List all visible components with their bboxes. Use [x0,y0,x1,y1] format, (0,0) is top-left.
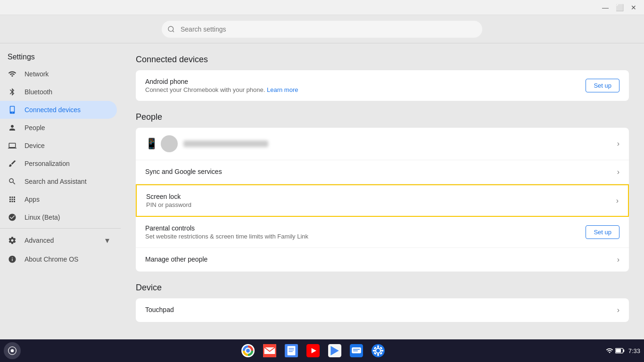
parental-controls-title: Parental controls [145,224,586,232]
body: Settings Network Bluetooth [0,43,644,339]
app-container: Settings Network Bluetooth [0,15,644,339]
manage-other-people-title: Manage other people [145,255,617,263]
svg-rect-26 [353,351,358,351]
parental-controls-setup-button[interactable]: Set up [586,225,619,239]
sidebar-item-about[interactable]: About Chrome OS [0,250,117,268]
taskbar: 7:33 [0,339,644,362]
touchpad-chevron-icon: › [617,306,619,314]
user-profile-row[interactable]: 📱 › [136,128,629,160]
android-phone-setup-button[interactable]: Set up [586,79,619,92]
svg-rect-15 [288,346,296,355]
taskbar-time: 7:33 [628,347,640,354]
sidebar-item-advanced-label: Advanced [25,237,54,244]
manage-other-people-chevron-icon: › [617,255,619,264]
taskbar-left [4,342,21,359]
taskbar-app-gmail[interactable] [260,341,279,360]
sidebar-item-network-label: Network [25,70,49,78]
user-avatar-container: 📱 [145,135,178,152]
taskbar-app-settings[interactable] [369,341,388,360]
sidebar-item-personalization-label: Personalization [25,160,70,167]
search-box [162,21,482,38]
connected-devices-icon [8,106,17,114]
window-controls: — ⬜ ✕ [599,1,640,14]
svg-rect-29 [378,346,379,348]
sidebar-item-search-assistant[interactable]: Search and Assistant [0,173,117,190]
sync-google-content: Sync and Google services [145,168,617,176]
taskbar-app-docs[interactable] [282,341,301,360]
info-icon [8,255,17,263]
svg-rect-17 [289,350,294,350]
screen-lock-content: Screen lock PIN or password [146,193,616,208]
sidebar-item-search-assistant-label: Search and Assistant [25,178,87,185]
sidebar-item-personalization[interactable]: Personalization [0,155,117,173]
status-icons [606,347,625,354]
sidebar-item-linux-label: Linux (Beta) [25,214,60,221]
svg-point-8 [246,349,250,353]
search-assistant-icon [8,177,17,186]
search-icon [167,25,175,33]
close-button[interactable]: ✕ [627,1,640,14]
touchpad-row[interactable]: Touchpad › [136,298,629,322]
advanced-left: Advanced [8,236,54,245]
sidebar-item-apps-label: Apps [25,196,40,203]
svg-rect-38 [623,350,624,352]
header [0,15,644,43]
title-bar: — ⬜ ✕ [0,0,644,15]
sync-google-row[interactable]: Sync and Google services › [136,160,629,184]
launcher-button[interactable] [4,342,21,359]
sidebar-divider [0,228,121,229]
screen-lock-chevron-icon: › [616,197,619,205]
android-phone-subtitle: Connect your Chromebook with your phone.… [145,86,586,93]
people-title: People [136,112,629,122]
manage-other-people-row[interactable]: Manage other people › [136,248,629,272]
sidebar-item-people[interactable]: People [0,119,117,137]
sidebar-item-apps[interactable]: Apps [0,190,117,208]
manage-other-people-content: Manage other people [145,255,617,264]
android-phone-row[interactable]: Android phone Connect your Chromebook wi… [136,70,629,101]
taskbar-app-messages[interactable] [347,341,366,360]
svg-rect-24 [352,347,362,354]
touchpad-title: Touchpad [145,306,617,313]
sidebar-item-bluetooth-label: Bluetooth [25,88,52,96]
minimize-button[interactable]: — [599,1,612,14]
sidebar-item-connected-devices[interactable]: Connected devices [0,101,117,119]
person-icon [8,123,17,132]
people-card: 📱 › Sync and Google services › [136,128,629,272]
search-input[interactable] [162,21,482,38]
sidebar-item-network[interactable]: Network [0,65,117,83]
svg-rect-25 [353,349,360,349]
user-name-container [178,140,617,147]
sidebar-item-linux[interactable]: Linux (Beta) [0,208,117,226]
parental-controls-subtitle: Set website restrictions & screen time l… [145,233,586,240]
chevron-down-icon: ▾ [105,235,109,246]
sidebar-item-device-label: Device [25,142,45,149]
taskbar-app-play[interactable] [325,341,344,360]
user-profile-chevron-icon: › [617,140,619,148]
parental-controls-action: Set up [586,225,619,239]
svg-rect-39 [616,349,621,353]
sync-google-chevron-icon: › [617,168,619,176]
screen-lock-row[interactable]: Screen lock PIN or password › [136,184,629,217]
taskbar-wifi-icon [606,347,613,354]
parental-controls-content: Parental controls Set website restrictio… [145,224,586,240]
sidebar-item-advanced[interactable]: Advanced ▾ [0,230,117,250]
sidebar-item-about-label: About Chrome OS [25,255,78,263]
user-avatar [161,135,178,152]
screen-lock-subtitle: PIN or password [146,201,616,208]
sidebar: Settings Network Bluetooth [0,43,121,339]
taskbar-app-youtube[interactable] [304,341,322,360]
svg-point-3 [11,349,14,353]
taskbar-app-chrome[interactable] [239,341,257,360]
android-phone-content: Android phone Connect your Chromebook wi… [145,78,586,93]
android-phone-title: Android phone [145,78,586,85]
svg-rect-31 [373,350,375,351]
maximize-button[interactable]: ⬜ [613,1,626,14]
learn-more-link[interactable]: Learn more [267,86,298,93]
advanced-icon [8,236,17,245]
parental-controls-row[interactable]: Parental controls Set website restrictio… [136,217,629,248]
taskbar-battery-icon [615,347,625,354]
svg-rect-30 [378,354,379,356]
laptop-icon [8,141,17,150]
sidebar-item-device[interactable]: Device [0,137,117,155]
sidebar-item-bluetooth[interactable]: Bluetooth [0,83,117,101]
